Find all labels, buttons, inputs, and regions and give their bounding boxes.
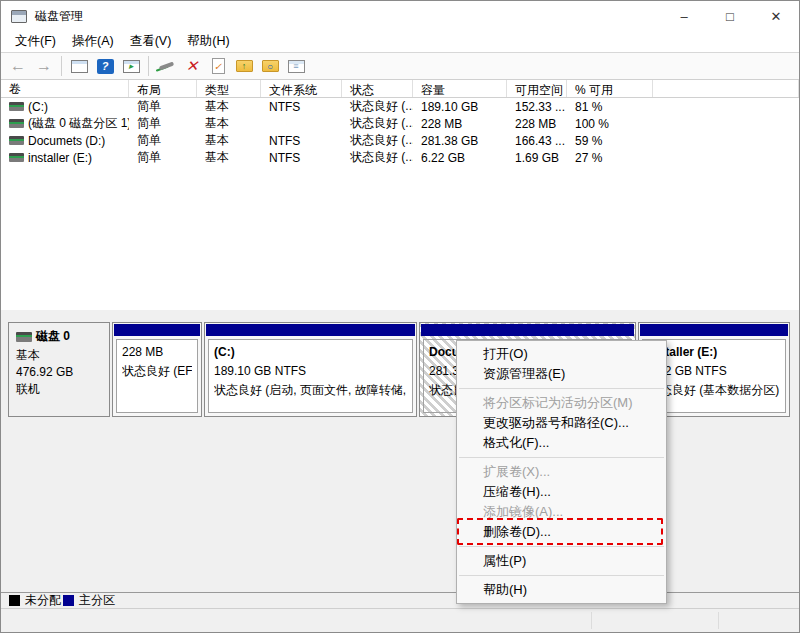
- toolbar-separator: [148, 56, 149, 76]
- partition-size: 228 MB: [122, 343, 192, 362]
- volume-capacity: 281.38 GB: [413, 134, 507, 148]
- partition-color-bar: [640, 324, 788, 336]
- menu-item-explorer[interactable]: 资源管理器(E): [457, 364, 666, 384]
- volume-type: 基本: [197, 98, 261, 115]
- volume-layout: 简单: [129, 149, 197, 166]
- legend-primary-label: 主分区: [79, 592, 115, 609]
- partition-color-bar: [114, 324, 200, 336]
- volume-icon: [9, 136, 24, 145]
- annotation-highlight-box: [457, 518, 663, 545]
- volume-free-space: 228 MB: [507, 117, 567, 131]
- volume-status: 状态良好 (...: [342, 115, 413, 132]
- column-header-filesystem[interactable]: 文件系统: [261, 80, 342, 97]
- menu-view[interactable]: 查看(V): [122, 31, 180, 52]
- legend-unallocated-swatch: [9, 595, 20, 606]
- volume-icon: [9, 153, 24, 162]
- column-header-free-space[interactable]: 可用空间: [507, 80, 567, 97]
- volume-layout: 简单: [129, 132, 197, 149]
- menu-item-open[interactable]: 打开(O): [457, 344, 666, 364]
- volume-status: 状态良好 (...: [342, 149, 413, 166]
- menu-item-extend-volume: 扩展卷(X)...: [457, 462, 666, 482]
- menu-help[interactable]: 帮助(H): [179, 31, 237, 52]
- table-row[interactable]: installer (E:) 简单 基本 NTFS 状态良好 (... 6.22…: [1, 149, 799, 166]
- partition-status: 状态良好 (EFI 系: [122, 362, 192, 381]
- table-row[interactable]: (C:) 简单 基本 NTFS 状态良好 (... 189.10 GB 152.…: [1, 98, 799, 115]
- column-header-spare: [653, 80, 799, 97]
- menu-item-mark-active: 将分区标记为活动分区(M): [457, 393, 666, 413]
- window-title: 磁盘管理: [35, 8, 83, 25]
- volume-percent-free: 81 %: [567, 100, 653, 114]
- close-button[interactable]: ✕: [753, 1, 799, 31]
- menu-item-properties[interactable]: 属性(P): [457, 551, 666, 571]
- details-icon[interactable]: ≡: [284, 55, 308, 77]
- volume-percent-free: 27 %: [567, 151, 653, 165]
- column-header-percent-free[interactable]: % 可用: [567, 80, 653, 97]
- volume-type: 基本: [197, 149, 261, 166]
- partition-title: installer (E:): [648, 343, 780, 362]
- volume-free-space: 152.33 ...: [507, 100, 567, 114]
- disk-size: 476.92 GB: [16, 364, 102, 381]
- forward-icon[interactable]: →: [32, 55, 56, 77]
- partition-size: 6.22 GB NTFS: [648, 362, 780, 381]
- volume-filesystem: NTFS: [261, 134, 342, 148]
- toolbar-separator: [61, 56, 62, 76]
- volume-type: 基本: [197, 132, 261, 149]
- disk-icon: [16, 332, 32, 342]
- help-icon[interactable]: ?: [93, 55, 117, 77]
- partition-status: 状态良好 (启动, 页面文件, 故障转储, 基: [214, 381, 407, 400]
- menu-item-help[interactable]: 帮助(H): [457, 580, 666, 600]
- table-row[interactable]: Documets (D:) 简单 基本 NTFS 状态良好 (... 281.3…: [1, 132, 799, 149]
- partition-color-bar: [421, 324, 634, 336]
- minimize-button[interactable]: –: [661, 1, 707, 31]
- volume-table-header: 卷 布局 类型 文件系统 状态 容量 可用空间 % 可用: [1, 80, 799, 98]
- volume-filesystem: NTFS: [261, 100, 342, 114]
- column-header-status[interactable]: 状态: [342, 80, 413, 97]
- partition-efi[interactable]: 228 MB 状态良好 (EFI 系: [112, 322, 202, 417]
- disk-0-row: 磁盘 0 基本 476.92 GB 联机 228 MB 状态良好 (EFI 系 …: [8, 322, 792, 417]
- toolbar: ← → ? ▸ ✕ ✓ ↑ ○ ≡: [1, 53, 799, 80]
- menu-file[interactable]: 文件(F): [7, 31, 64, 52]
- back-icon[interactable]: ←: [6, 55, 30, 77]
- menu-separator: [459, 457, 664, 458]
- volume-capacity: 189.10 GB: [413, 100, 507, 114]
- volume-list: (C:) 简单 基本 NTFS 状态良好 (... 189.10 GB 152.…: [1, 98, 799, 310]
- volume-icon: [9, 102, 24, 111]
- table-row[interactable]: (磁盘 0 磁盘分区 1) 简单 基本 状态良好 (... 228 MB 228…: [1, 115, 799, 132]
- action-pane-icon[interactable]: ▸: [119, 55, 143, 77]
- maximize-button[interactable]: □: [707, 1, 753, 31]
- partition-status: 状态良好 (基本数据分区): [648, 381, 780, 400]
- volume-icon: [9, 119, 24, 128]
- graphical-view-pane: 磁盘 0 基本 476.92 GB 联机 228 MB 状态良好 (EFI 系 …: [1, 310, 799, 592]
- disk-type: 基本: [16, 347, 102, 364]
- folder-search-icon[interactable]: ○: [258, 55, 282, 77]
- partition-c[interactable]: (C:) 189.10 GB NTFS 状态良好 (启动, 页面文件, 故障转储…: [204, 322, 417, 417]
- console-tree-icon[interactable]: [67, 55, 91, 77]
- menu-item-change-drive-letter[interactable]: 更改驱动器号和路径(C)...: [457, 413, 666, 433]
- folder-up-icon[interactable]: ↑: [232, 55, 256, 77]
- column-header-layout[interactable]: 布局: [129, 80, 197, 97]
- menu-bar: 文件(F) 操作(A) 查看(V) 帮助(H): [1, 31, 799, 53]
- legend-bar: 未分配 主分区: [1, 592, 799, 609]
- disk-0-label-panel[interactable]: 磁盘 0 基本 476.92 GB 联机: [8, 322, 110, 417]
- column-header-capacity[interactable]: 容量: [413, 80, 507, 97]
- menu-action[interactable]: 操作(A): [64, 31, 122, 52]
- volume-capacity: 228 MB: [413, 117, 507, 131]
- delete-icon[interactable]: ✕: [180, 55, 204, 77]
- volume-capacity: 6.22 GB: [413, 151, 507, 165]
- context-menu: 打开(O) 资源管理器(E) 将分区标记为活动分区(M) 更改驱动器号和路径(C…: [456, 340, 667, 604]
- pointer-tool-icon[interactable]: [154, 55, 178, 77]
- volume-name: (磁盘 0 磁盘分区 1): [28, 115, 129, 132]
- volume-layout: 简单: [129, 98, 197, 115]
- partition-title: (C:): [214, 343, 407, 362]
- column-header-volume[interactable]: 卷: [1, 80, 129, 97]
- menu-item-format[interactable]: 格式化(F)...: [457, 433, 666, 453]
- menu-separator: [459, 388, 664, 389]
- menu-separator: [459, 546, 664, 547]
- status-bar-divider: [718, 612, 719, 629]
- volume-free-space: 166.43 ...: [507, 134, 567, 148]
- column-header-type[interactable]: 类型: [197, 80, 261, 97]
- menu-item-shrink-volume[interactable]: 压缩卷(H)...: [457, 482, 666, 502]
- title-bar: 磁盘管理 – □ ✕: [1, 1, 799, 31]
- volume-type: 基本: [197, 115, 261, 132]
- check-document-icon[interactable]: ✓: [206, 55, 230, 77]
